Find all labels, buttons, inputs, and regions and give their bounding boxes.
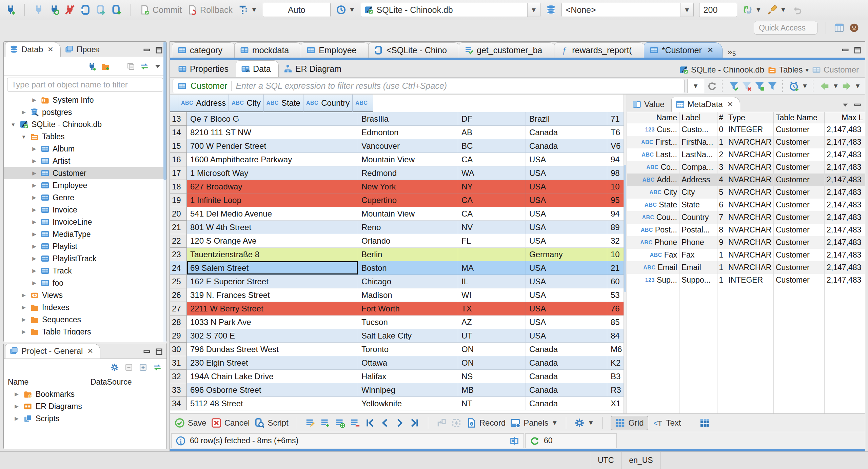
fetch-size-input[interactable]: 200 <box>699 3 737 17</box>
max-icon[interactable] <box>853 46 862 54</box>
expander-icon[interactable] <box>20 304 27 310</box>
metadata-row[interactable]: ABCFirst... FirstNa... 1 NVARCHAR Custom… <box>627 136 865 148</box>
cell-postalcode[interactable]: 10 <box>607 248 624 261</box>
row-number[interactable]: 21 <box>170 221 187 234</box>
nav-prev-icon[interactable] <box>380 418 390 428</box>
row-number[interactable]: 24 <box>170 261 187 275</box>
metadata-row[interactable]: ABCPhone Phone 9 NVARCHAR Customer 2,147… <box>627 236 865 249</box>
row-number[interactable]: 16 <box>170 153 187 166</box>
plug-refresh-icon[interactable] <box>49 5 59 15</box>
cell-address[interactable]: Tauentzienstraße 8 <box>187 248 358 261</box>
cell-country[interactable]: USA <box>526 261 607 275</box>
cell-address[interactable]: 801 W 4th Street <box>187 221 358 234</box>
cell-postalcode[interactable]: T6 <box>607 126 624 139</box>
cell-address[interactable]: Qe 7 Bloco G <box>187 112 358 126</box>
breadcrumb-tables[interactable]: Tables ▾ <box>768 65 809 75</box>
cell-state[interactable]: CA <box>458 207 526 221</box>
grid-column-header[interactable] <box>170 95 178 112</box>
cell-postalcode[interactable]: B3 <box>607 370 624 383</box>
grid-column-header[interactable]: ABC City <box>229 95 264 112</box>
cell-country[interactable]: USA <box>526 234 607 248</box>
cell-country[interactable]: Canada <box>526 370 607 383</box>
undo-gray-icon[interactable] <box>792 5 802 15</box>
expander-icon[interactable] <box>13 391 20 397</box>
expander-icon[interactable] <box>20 134 27 140</box>
refresh-green-icon[interactable] <box>530 436 540 446</box>
expander-icon[interactable] <box>31 146 38 152</box>
cell-postalcode[interactable]: M6 <box>607 343 624 356</box>
cell-postalcode[interactable]: 94 <box>607 207 624 221</box>
cell-postalcode[interactable]: 95 <box>607 193 624 207</box>
navigator-filter-input[interactable]: Type part of object name to filter <box>7 78 163 92</box>
metadata-row[interactable]: ABCEmail Email 1 NVARCHAR Customer 2,147… <box>627 261 865 274</box>
funnel-check-icon[interactable] <box>729 81 739 91</box>
cell-city[interactable]: Ottawa <box>358 356 458 370</box>
cell-country[interactable]: USA <box>526 221 607 234</box>
row-number[interactable]: 26 <box>170 288 187 302</box>
tree-item[interactable]: Sequences <box>4 313 166 326</box>
combo-dropdown-button[interactable]: ▼ <box>527 3 540 17</box>
tree-item[interactable]: Invoice <box>4 204 166 216</box>
editor-tab[interactable]: get_customer_ba <box>459 42 557 58</box>
sql-editor-icon[interactable] <box>80 5 91 15</box>
cell-city[interactable]: Vancouver <box>358 139 458 153</box>
cell-city[interactable]: Fort Worth <box>358 302 458 315</box>
tree-item[interactable]: MediaType <box>4 228 166 240</box>
expander-icon[interactable] <box>31 182 38 188</box>
tree-item[interactable]: Customer <box>4 167 166 179</box>
expander-icon[interactable] <box>13 403 20 409</box>
grid-view-button[interactable]: Grid <box>611 416 648 430</box>
expander-icon[interactable] <box>31 195 38 201</box>
cell-country[interactable]: USA <box>526 288 607 302</box>
cell-country[interactable]: Canada <box>526 356 607 370</box>
sync-connection-button[interactable]: ▼ <box>743 5 762 15</box>
cell-country[interactable]: USA <box>526 329 607 343</box>
cell-city[interactable]: Mountain View <box>358 207 458 221</box>
cell-address[interactable]: 1 Microsoft Way <box>187 166 358 180</box>
cell-address[interactable]: 2211 W Berry Street <box>187 302 358 315</box>
row-number[interactable]: 14 <box>170 126 187 139</box>
tree-item[interactable]: postgres <box>4 106 166 118</box>
metadata-row[interactable]: 123Cus... Custo... 0 INTEGER Customer 2,… <box>627 123 865 136</box>
cell-city[interactable]: Madison <box>358 288 458 302</box>
grid-column-header[interactable]: ABC Address <box>178 95 229 112</box>
row-number[interactable]: 20 <box>170 207 187 221</box>
close-icon[interactable]: ✕ <box>707 46 713 55</box>
column-header-datasource[interactable]: DataSource <box>87 378 132 387</box>
cell-state[interactable]: UT <box>458 329 526 343</box>
metadata-row[interactable]: ABCState State 6 NVARCHAR Customer 2,147… <box>627 199 865 211</box>
cell-country[interactable]: Brazil <box>526 112 607 126</box>
tree-item[interactable]: foo <box>4 277 166 289</box>
funnel-x-icon[interactable] <box>742 81 752 91</box>
cell-country[interactable]: Canada <box>526 126 607 139</box>
tab-projects[interactable]: Проек <box>61 42 106 57</box>
nav-first-icon[interactable] <box>365 418 375 428</box>
result-tab[interactable]: <> Data <box>236 60 279 77</box>
row-number[interactable]: 13 <box>170 112 187 126</box>
transaction-mode-button[interactable]: ▼ <box>238 5 257 15</box>
cell-postalcode[interactable]: R3 <box>607 383 624 397</box>
expander-icon[interactable] <box>31 280 38 286</box>
cell-country[interactable]: Germany <box>526 248 607 261</box>
cell-state[interactable]: WI <box>458 288 526 302</box>
row-number[interactable]: 27 <box>170 302 187 315</box>
metadata-row[interactable]: 123Sup... Suppo... 1 INTEGER Customer 2,… <box>627 274 865 286</box>
metadata-row[interactable]: ABCPost... Postal... 8 NVARCHAR Customer… <box>627 224 865 236</box>
close-icon[interactable]: ✕ <box>47 45 54 54</box>
expander-icon[interactable] <box>20 317 27 323</box>
plug-off-icon[interactable] <box>65 5 75 15</box>
editor-tab[interactable]: f rewards_report( <box>554 42 646 58</box>
chevron-down-icon[interactable] <box>154 62 162 70</box>
editor-tab[interactable]: mockdata <box>234 42 303 58</box>
cell-country[interactable]: USA <box>526 275 607 288</box>
grid-scrollbar[interactable] <box>624 95 627 413</box>
transaction-log-button[interactable]: ▼ <box>336 5 355 15</box>
cell-address[interactable]: 5112 48 Street <box>187 397 358 410</box>
editor-tab[interactable]: *Customer ✕ <box>644 42 723 58</box>
row-number[interactable]: 23 <box>170 248 187 261</box>
close-icon[interactable]: ✕ <box>727 100 733 108</box>
expander-icon[interactable] <box>31 231 38 237</box>
cell-address[interactable]: 627 Broadway <box>187 180 358 193</box>
fetch-all-gray-icon[interactable] <box>451 418 461 428</box>
row-add-icon[interactable] <box>320 418 330 428</box>
